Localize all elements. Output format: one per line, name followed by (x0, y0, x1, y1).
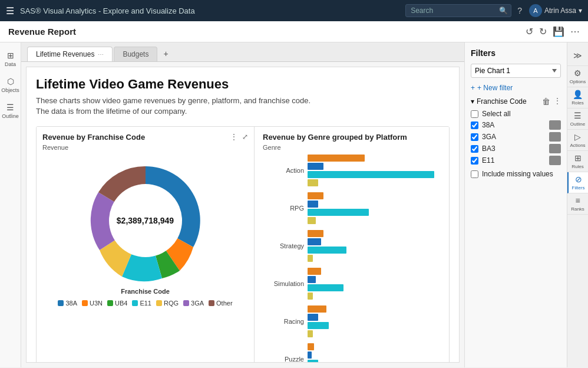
bar-rpg-console (308, 192, 441, 199)
filter-label-e11: E11 (482, 156, 546, 165)
filter-label-38a: 38A (482, 121, 546, 129)
filter-color-38a (549, 120, 561, 130)
search-input[interactable] (405, 4, 511, 17)
legend-item-u3n: U3N (82, 300, 103, 307)
select-all-label: Select all (482, 110, 561, 118)
filter-chart-select[interactable]: Pie Chart 1 (471, 64, 561, 78)
strip-actions-button[interactable]: ▷ Actions (567, 130, 589, 151)
tab-add-button[interactable]: + (158, 46, 173, 61)
tab-lifetime-revenues[interactable]: Lifetime Revenues ⋯ (27, 47, 113, 61)
bar-strategy-mobile (308, 238, 441, 245)
legend-label-38a: 38A (65, 300, 77, 307)
donut-chart-panel: Revenue by Franchise Code ⋮ ⤢ Revenue (37, 127, 255, 363)
strip-outline-button[interactable]: ☰ Outline (567, 109, 589, 130)
tab-options-icon[interactable]: ⋯ (98, 51, 104, 58)
bar-action-console (308, 155, 441, 162)
redo-icon[interactable]: ↻ (539, 26, 547, 37)
include-missing-row: Include missing values (471, 170, 561, 178)
bar-simulation-mobile (308, 276, 441, 283)
strip-collapse-button[interactable]: ≫ (567, 45, 589, 66)
franchise-delete-icon[interactable]: 🗑 (542, 97, 550, 106)
bar-fill-rpg-multi (308, 209, 369, 216)
genre-label-rpg: RPG (263, 205, 304, 212)
checkbox-38a[interactable] (471, 121, 478, 129)
checkbox-3ga[interactable] (471, 133, 478, 141)
legend-label-rqg: RQG (164, 300, 179, 307)
checkbox-ba3[interactable] (471, 145, 478, 153)
bar-strategy-multi (308, 247, 441, 254)
filter-color-3ga (549, 132, 561, 142)
ranks-icon: ≡ (575, 196, 580, 205)
bar-fill-simulation-mobile (308, 276, 316, 283)
sidebar-item-outline[interactable]: ☰ Outline (1, 99, 20, 123)
bar-chart-panel: Revenue by Genre grouped by Platform Gen… (255, 127, 449, 363)
filter-option-38a: 38A (471, 119, 561, 131)
donut-more-icon[interactable]: ⋮ (230, 133, 237, 141)
report-subtitle: These charts show video game revenues by… (36, 96, 450, 117)
bar-simulation-pc (308, 293, 441, 300)
donut-expand-icon[interactable]: ⤢ (242, 133, 248, 141)
sub-header: Revenue Report ↺ ↻ 💾 ⋯ (0, 21, 588, 42)
bar-fill-racing-console (308, 305, 326, 313)
more-options-icon[interactable]: ⋯ (570, 26, 580, 37)
tab-budgets-label: Budgets (123, 50, 148, 58)
save-icon[interactable]: 💾 (553, 26, 564, 37)
bar-puzzle-multi (308, 360, 441, 363)
bar-group-racing (308, 305, 441, 337)
roles-icon: 👤 (573, 90, 583, 99)
filter-option-select-all: Select all (471, 109, 561, 119)
strip-ranks-button[interactable]: ≡ Ranks (567, 193, 589, 215)
genre-label-simulation: Simulation (263, 280, 304, 287)
checkbox-e11[interactable] (471, 157, 478, 165)
content-area: Lifetime Revenues ⋯ Budgets + Lifetime V… (21, 42, 464, 367)
franchise-more-icon[interactable]: ⋮ (554, 97, 561, 106)
filter-group-title: ▾ Franchise Code (471, 97, 527, 106)
donut-svg (81, 156, 210, 285)
strip-roles-button[interactable]: 👤 Roles (567, 87, 589, 109)
legend-label-u3n: U3N (90, 300, 103, 307)
filter-color-ba3 (549, 144, 561, 153)
bar-fill-rpg-console (308, 192, 323, 199)
new-filter-button[interactable]: + + New filter (471, 84, 561, 92)
menu-icon[interactable]: ☰ (6, 5, 14, 17)
filter-group-icons: 🗑 ⋮ (542, 97, 561, 106)
user-info[interactable]: A Atrin Assa ▾ (529, 4, 582, 17)
sidebar-item-objects[interactable]: ⬡ Objects (1, 73, 20, 97)
bar-row-racing: Racing (263, 305, 441, 337)
undo-icon[interactable]: ↺ (526, 26, 533, 37)
bar-fill-racing-multi (308, 322, 329, 329)
bar-action-multi (308, 171, 441, 178)
bar-fill-racing-mobile (308, 314, 318, 321)
bar-group-action (308, 155, 441, 186)
page-title: Revenue Report (8, 27, 76, 37)
legend-dot-e11 (132, 300, 138, 306)
rules-label: Rules (572, 164, 583, 169)
sidebar-data-label: Data (5, 61, 16, 67)
help-icon[interactable]: ? (517, 6, 522, 15)
legend-item-3ga: 3GA (183, 300, 204, 307)
actions-label: Actions (570, 143, 585, 148)
legend-item-38a: 38A (58, 300, 77, 307)
strip-rules-button[interactable]: ⊞ Rules (567, 151, 589, 172)
search-wrapper: 🔍 (405, 4, 511, 17)
bar-racing-multi (308, 322, 441, 329)
right-sidebar: Filters Pie Chart 1 + + New filter ▾ Fra… (464, 42, 588, 367)
genre-axis-label: Genre (263, 144, 441, 151)
genre-label-strategy: Strategy (263, 242, 304, 249)
objects-icon: ⬡ (7, 77, 14, 86)
legend-item-other: Other (209, 300, 233, 307)
right-icon-strip: ≫ ⚙ Options 👤 Roles ☰ Outline ▷ Actions … (567, 42, 588, 367)
checkbox-select-all[interactable] (471, 110, 478, 118)
checkbox-include-missing[interactable] (471, 170, 478, 178)
strip-options-button[interactable]: ⚙ Options (567, 66, 589, 87)
tab-budgets[interactable]: Budgets (114, 47, 157, 61)
donut-chart-header: Revenue by Franchise Code ⋮ ⤢ (42, 133, 248, 142)
strip-filters-button[interactable]: ⊘ Filters (567, 172, 589, 193)
bar-action-pc (308, 179, 441, 186)
sub-header-icons: ↺ ↻ 💾 ⋯ (526, 26, 580, 37)
franchise-collapse-icon[interactable]: ▾ (471, 97, 474, 106)
bar-fill-action-pc (308, 179, 318, 186)
bar-fill-strategy-pc (308, 255, 313, 262)
sidebar-item-data[interactable]: ⊞ Data (1, 47, 20, 71)
bar-fill-action-multi (308, 171, 434, 178)
